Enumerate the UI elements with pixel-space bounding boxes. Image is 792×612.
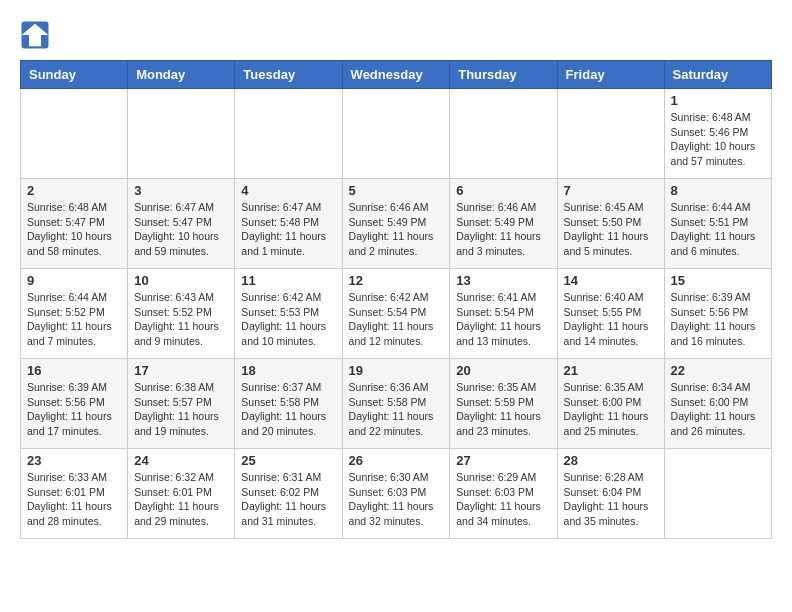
day-info: Sunrise: 6:45 AM Sunset: 5:50 PM Dayligh… [564, 200, 658, 259]
calendar-cell: 20Sunrise: 6:35 AM Sunset: 5:59 PM Dayli… [450, 359, 557, 449]
calendar-cell: 24Sunrise: 6:32 AM Sunset: 6:01 PM Dayli… [128, 449, 235, 539]
calendar-cell: 11Sunrise: 6:42 AM Sunset: 5:53 PM Dayli… [235, 269, 342, 359]
day-number: 2 [27, 183, 121, 198]
calendar-cell: 12Sunrise: 6:42 AM Sunset: 5:54 PM Dayli… [342, 269, 450, 359]
day-number: 19 [349, 363, 444, 378]
day-number: 21 [564, 363, 658, 378]
calendar-cell [557, 89, 664, 179]
day-number: 15 [671, 273, 765, 288]
day-number: 14 [564, 273, 658, 288]
day-number: 27 [456, 453, 550, 468]
day-number: 9 [27, 273, 121, 288]
day-info: Sunrise: 6:47 AM Sunset: 5:48 PM Dayligh… [241, 200, 335, 259]
calendar-cell [342, 89, 450, 179]
day-info: Sunrise: 6:36 AM Sunset: 5:58 PM Dayligh… [349, 380, 444, 439]
day-number: 1 [671, 93, 765, 108]
day-number: 24 [134, 453, 228, 468]
logo-icon [20, 20, 50, 50]
day-number: 10 [134, 273, 228, 288]
calendar-cell: 14Sunrise: 6:40 AM Sunset: 5:55 PM Dayli… [557, 269, 664, 359]
day-number: 13 [456, 273, 550, 288]
day-number: 16 [27, 363, 121, 378]
day-info: Sunrise: 6:33 AM Sunset: 6:01 PM Dayligh… [27, 470, 121, 529]
calendar-table: SundayMondayTuesdayWednesdayThursdayFrid… [20, 60, 772, 539]
calendar-cell: 17Sunrise: 6:38 AM Sunset: 5:57 PM Dayli… [128, 359, 235, 449]
calendar-week-row: 23Sunrise: 6:33 AM Sunset: 6:01 PM Dayli… [21, 449, 772, 539]
calendar-cell: 3Sunrise: 6:47 AM Sunset: 5:47 PM Daylig… [128, 179, 235, 269]
day-number: 17 [134, 363, 228, 378]
calendar-cell [21, 89, 128, 179]
day-header-thursday: Thursday [450, 61, 557, 89]
calendar-cell: 1Sunrise: 6:48 AM Sunset: 5:46 PM Daylig… [664, 89, 771, 179]
day-info: Sunrise: 6:38 AM Sunset: 5:57 PM Dayligh… [134, 380, 228, 439]
calendar-cell: 19Sunrise: 6:36 AM Sunset: 5:58 PM Dayli… [342, 359, 450, 449]
calendar-cell [450, 89, 557, 179]
calendar-cell: 25Sunrise: 6:31 AM Sunset: 6:02 PM Dayli… [235, 449, 342, 539]
day-header-saturday: Saturday [664, 61, 771, 89]
calendar-cell: 23Sunrise: 6:33 AM Sunset: 6:01 PM Dayli… [21, 449, 128, 539]
day-info: Sunrise: 6:31 AM Sunset: 6:02 PM Dayligh… [241, 470, 335, 529]
day-info: Sunrise: 6:46 AM Sunset: 5:49 PM Dayligh… [456, 200, 550, 259]
calendar-week-row: 2Sunrise: 6:48 AM Sunset: 5:47 PM Daylig… [21, 179, 772, 269]
day-info: Sunrise: 6:32 AM Sunset: 6:01 PM Dayligh… [134, 470, 228, 529]
day-info: Sunrise: 6:46 AM Sunset: 5:49 PM Dayligh… [349, 200, 444, 259]
day-info: Sunrise: 6:42 AM Sunset: 5:54 PM Dayligh… [349, 290, 444, 349]
calendar-cell: 22Sunrise: 6:34 AM Sunset: 6:00 PM Dayli… [664, 359, 771, 449]
day-info: Sunrise: 6:41 AM Sunset: 5:54 PM Dayligh… [456, 290, 550, 349]
day-info: Sunrise: 6:37 AM Sunset: 5:58 PM Dayligh… [241, 380, 335, 439]
day-number: 20 [456, 363, 550, 378]
day-header-wednesday: Wednesday [342, 61, 450, 89]
day-number: 7 [564, 183, 658, 198]
page-header [20, 20, 772, 50]
calendar-cell: 4Sunrise: 6:47 AM Sunset: 5:48 PM Daylig… [235, 179, 342, 269]
day-info: Sunrise: 6:34 AM Sunset: 6:00 PM Dayligh… [671, 380, 765, 439]
day-header-monday: Monday [128, 61, 235, 89]
calendar-week-row: 1Sunrise: 6:48 AM Sunset: 5:46 PM Daylig… [21, 89, 772, 179]
day-info: Sunrise: 6:39 AM Sunset: 5:56 PM Dayligh… [27, 380, 121, 439]
calendar-cell: 28Sunrise: 6:28 AM Sunset: 6:04 PM Dayli… [557, 449, 664, 539]
calendar-cell: 5Sunrise: 6:46 AM Sunset: 5:49 PM Daylig… [342, 179, 450, 269]
calendar-cell: 21Sunrise: 6:35 AM Sunset: 6:00 PM Dayli… [557, 359, 664, 449]
calendar-cell [128, 89, 235, 179]
day-info: Sunrise: 6:40 AM Sunset: 5:55 PM Dayligh… [564, 290, 658, 349]
day-info: Sunrise: 6:30 AM Sunset: 6:03 PM Dayligh… [349, 470, 444, 529]
day-info: Sunrise: 6:44 AM Sunset: 5:52 PM Dayligh… [27, 290, 121, 349]
calendar-cell: 2Sunrise: 6:48 AM Sunset: 5:47 PM Daylig… [21, 179, 128, 269]
day-number: 25 [241, 453, 335, 468]
day-header-tuesday: Tuesday [235, 61, 342, 89]
day-info: Sunrise: 6:35 AM Sunset: 6:00 PM Dayligh… [564, 380, 658, 439]
day-header-friday: Friday [557, 61, 664, 89]
calendar-cell: 10Sunrise: 6:43 AM Sunset: 5:52 PM Dayli… [128, 269, 235, 359]
day-number: 18 [241, 363, 335, 378]
day-info: Sunrise: 6:43 AM Sunset: 5:52 PM Dayligh… [134, 290, 228, 349]
day-info: Sunrise: 6:35 AM Sunset: 5:59 PM Dayligh… [456, 380, 550, 439]
day-number: 26 [349, 453, 444, 468]
day-number: 28 [564, 453, 658, 468]
day-info: Sunrise: 6:47 AM Sunset: 5:47 PM Dayligh… [134, 200, 228, 259]
calendar-cell: 6Sunrise: 6:46 AM Sunset: 5:49 PM Daylig… [450, 179, 557, 269]
calendar-header-row: SundayMondayTuesdayWednesdayThursdayFrid… [21, 61, 772, 89]
logo [20, 20, 54, 50]
day-number: 23 [27, 453, 121, 468]
calendar-cell: 9Sunrise: 6:44 AM Sunset: 5:52 PM Daylig… [21, 269, 128, 359]
day-info: Sunrise: 6:29 AM Sunset: 6:03 PM Dayligh… [456, 470, 550, 529]
day-number: 12 [349, 273, 444, 288]
calendar-cell [664, 449, 771, 539]
calendar-week-row: 9Sunrise: 6:44 AM Sunset: 5:52 PM Daylig… [21, 269, 772, 359]
day-number: 5 [349, 183, 444, 198]
day-info: Sunrise: 6:48 AM Sunset: 5:47 PM Dayligh… [27, 200, 121, 259]
day-header-sunday: Sunday [21, 61, 128, 89]
calendar-cell: 18Sunrise: 6:37 AM Sunset: 5:58 PM Dayli… [235, 359, 342, 449]
day-number: 3 [134, 183, 228, 198]
day-number: 8 [671, 183, 765, 198]
day-info: Sunrise: 6:48 AM Sunset: 5:46 PM Dayligh… [671, 110, 765, 169]
calendar-cell: 26Sunrise: 6:30 AM Sunset: 6:03 PM Dayli… [342, 449, 450, 539]
calendar-cell: 15Sunrise: 6:39 AM Sunset: 5:56 PM Dayli… [664, 269, 771, 359]
day-number: 11 [241, 273, 335, 288]
day-number: 4 [241, 183, 335, 198]
calendar-cell: 16Sunrise: 6:39 AM Sunset: 5:56 PM Dayli… [21, 359, 128, 449]
calendar-week-row: 16Sunrise: 6:39 AM Sunset: 5:56 PM Dayli… [21, 359, 772, 449]
calendar-cell: 13Sunrise: 6:41 AM Sunset: 5:54 PM Dayli… [450, 269, 557, 359]
day-info: Sunrise: 6:44 AM Sunset: 5:51 PM Dayligh… [671, 200, 765, 259]
calendar-cell [235, 89, 342, 179]
